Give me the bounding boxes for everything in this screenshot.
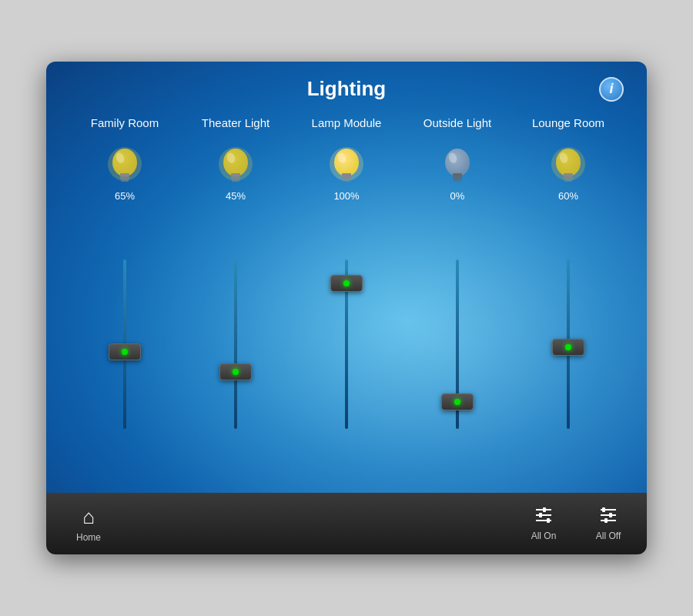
svg-rect-32 (539, 513, 542, 517)
light-label-theater-light: Theater Light (202, 109, 270, 136)
svg-rect-30 (543, 507, 546, 512)
slider-led-lounge-room (565, 344, 571, 350)
bulb-percent-family-room: 65% (115, 190, 135, 202)
info-button[interactable]: i (599, 77, 624, 102)
svg-rect-9 (231, 176, 240, 179)
bulb-percent-lamp-module: 100% (333, 190, 359, 202)
slider-container-lamp-module (345, 211, 348, 477)
light-column-outside-light: Outside Light 0% (411, 109, 504, 477)
slider-handle-outside-light[interactable] (441, 393, 474, 410)
bulb-icon-family-room (105, 142, 144, 189)
svg-rect-36 (602, 507, 605, 512)
toolbar: ⌂ Home All On (46, 493, 647, 554)
bulb-icon-outside-light (438, 142, 477, 189)
slider-container-lounge-room (567, 211, 570, 477)
all-off-icon (598, 506, 618, 527)
home-label: Home (76, 532, 101, 543)
slider-handle-lounge-room[interactable] (552, 339, 584, 356)
all-on-icon (534, 506, 554, 527)
slider-container-theater-light (234, 211, 237, 477)
header: Lighting i (69, 77, 624, 101)
slider-led-lamp-module (343, 280, 350, 286)
slider-container-outside-light (456, 211, 459, 477)
svg-rect-8 (231, 173, 240, 176)
bulb-area-outside-light: 0% (438, 142, 477, 202)
bulb-percent-outside-light: 0% (450, 190, 465, 202)
all-off-label: All Off (596, 531, 621, 541)
bulb-area-lounge-room: 60% (549, 142, 588, 202)
slider-led-theater-light (233, 369, 239, 375)
light-column-lamp-module: Lamp Module 100% (300, 109, 393, 477)
bulb-area-lamp-module: 100% (327, 142, 366, 202)
slider-track-theater-light[interactable] (234, 259, 237, 429)
light-label-outside-light: Outside Light (424, 109, 491, 136)
svg-rect-40 (604, 518, 608, 523)
all-on-button[interactable]: All On (521, 506, 567, 541)
svg-rect-3 (120, 176, 129, 179)
svg-rect-15 (342, 176, 351, 179)
app-container: Lighting i Family Room (46, 62, 647, 554)
light-column-lounge-room: Lounge Room 60% (522, 109, 614, 477)
svg-rect-19 (453, 173, 462, 176)
svg-point-1 (112, 149, 137, 176)
svg-rect-38 (609, 513, 612, 517)
light-column-family-room: Family Room 65% (79, 109, 171, 477)
slider-led-family-room (122, 349, 128, 355)
light-label-family-room: Family Room (91, 109, 159, 136)
svg-rect-16 (343, 179, 350, 182)
light-label-lamp-module: Lamp Module (312, 109, 382, 136)
svg-rect-4 (121, 179, 129, 182)
svg-point-7 (223, 149, 248, 176)
svg-rect-14 (342, 173, 351, 176)
main-area: Lighting i Family Room (46, 62, 647, 493)
slider-container-family-room (123, 211, 126, 477)
svg-rect-27 (564, 179, 572, 182)
svg-rect-20 (453, 176, 462, 179)
home-icon: ⌂ (82, 505, 95, 529)
bulb-area-theater-light: 45% (216, 142, 255, 202)
svg-rect-21 (454, 179, 461, 182)
slider-handle-family-room[interactable] (109, 343, 141, 360)
slider-handle-theater-light[interactable] (219, 363, 252, 380)
bulb-area-family-room: 65% (105, 142, 144, 202)
svg-rect-25 (564, 173, 573, 176)
slider-handle-lamp-module[interactable] (330, 275, 363, 292)
page-title: Lighting (307, 77, 387, 101)
svg-rect-10 (232, 179, 239, 182)
bulb-icon-theater-light (216, 142, 255, 189)
slider-track-family-room[interactable] (123, 259, 126, 429)
svg-rect-34 (547, 518, 550, 523)
slider-track-outside-light[interactable] (456, 259, 459, 429)
svg-rect-26 (564, 176, 573, 179)
svg-point-18 (445, 149, 470, 176)
slider-track-lamp-module[interactable] (345, 259, 348, 429)
bulb-icon-lounge-room (549, 142, 588, 189)
svg-rect-2 (120, 173, 129, 176)
svg-point-24 (556, 149, 581, 176)
lights-grid: Family Room 65% (69, 109, 624, 477)
light-label-lounge-room: Lounge Room (532, 109, 604, 136)
slider-track-lounge-room[interactable] (567, 259, 570, 429)
slider-led-outside-light (454, 399, 460, 405)
light-column-theater-light: Theater Light 45% (189, 109, 282, 477)
bulb-percent-theater-light: 45% (226, 190, 246, 202)
bulb-icon-lamp-module (327, 142, 366, 189)
home-button[interactable]: ⌂ Home (62, 505, 116, 543)
svg-point-13 (334, 149, 359, 176)
bulb-percent-lounge-room: 60% (558, 190, 578, 202)
all-off-button[interactable]: All Off (585, 506, 631, 541)
all-on-label: All On (531, 531, 557, 541)
